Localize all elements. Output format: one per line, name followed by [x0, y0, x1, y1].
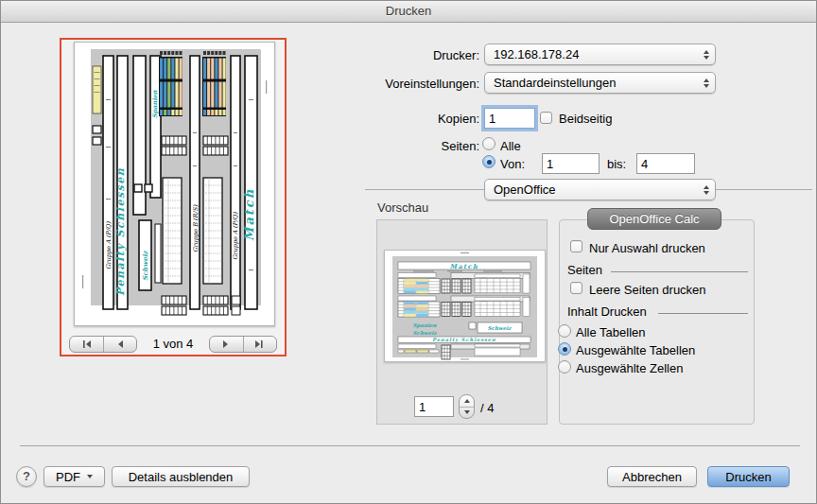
selected-cells-label: Ausgewählte Zellen [576, 361, 683, 375]
vorschau-page-input[interactable] [414, 396, 454, 417]
sheet-team-spanien: Spanien [151, 90, 159, 118]
popup-arrows-icon [704, 50, 709, 60]
print-label: Drucken [725, 470, 771, 484]
window-title: Drucken [386, 4, 431, 18]
vorschau-penalty-title: Penalty Schiessen [432, 337, 495, 343]
all-tables-label: Alle Tabellen [576, 325, 645, 339]
app-section-popup[interactable]: OpenOffice [484, 179, 716, 200]
copies-label: Kopien: [360, 112, 479, 126]
vorschau-total-label: / 4 [480, 401, 494, 415]
help-button[interactable]: ? [16, 466, 37, 487]
hide-details-label: Details ausblenden [129, 470, 234, 484]
vorschau-team-spanien: Spanien [413, 322, 438, 329]
pdf-menu-button[interactable]: PDF [43, 466, 105, 487]
footer-divider [20, 445, 800, 446]
pages-all-radio[interactable] [482, 137, 495, 150]
app-section-popup-value: OpenOffice [494, 182, 556, 197]
vorschau-sheet-thumbnail: Match [385, 251, 545, 361]
pages-from-radio[interactable] [482, 155, 495, 168]
pages-all-label: Alle [500, 139, 521, 153]
next-page-button[interactable] [210, 337, 243, 352]
stepper-down-icon[interactable] [460, 408, 474, 419]
selected-tables-radio[interactable] [558, 342, 571, 356]
hide-details-button[interactable]: Details ausblenden [112, 466, 250, 487]
sheet-team-schweiz: Schweiz [141, 250, 149, 281]
duplex-label: Beidseitig [559, 112, 612, 126]
vorschau-box: Match [376, 219, 548, 425]
pages-from-input[interactable] [542, 153, 600, 174]
pages-section-line [611, 271, 748, 272]
pages-to-input[interactable] [636, 153, 695, 174]
empty-pages-checkbox[interactable] [570, 282, 582, 294]
duplex-checkbox[interactable] [540, 112, 552, 124]
vorschau-match-title: Match [450, 263, 479, 270]
sheet-group-a-label: Gruppe A (P/Q) [105, 221, 113, 269]
preview-page: Penalty Schiessen Match Gruppe A (P/Q) G… [74, 42, 275, 326]
popup-arrows-icon [704, 78, 709, 88]
printer-label: Drucker: [360, 48, 479, 62]
content-section-line [658, 313, 748, 314]
selected-cells-radio[interactable] [558, 360, 571, 374]
popup-arrows-icon [704, 185, 709, 195]
vorschau-page-stepper[interactable] [459, 394, 475, 419]
all-tables-radio[interactable] [558, 324, 571, 338]
last-page-button[interactable] [243, 337, 277, 352]
vorschau-label: Vorschau [377, 200, 428, 215]
vorschau-team-schweiz-right: Schweiz [488, 325, 513, 331]
pages-section-label: Seiten [567, 263, 602, 277]
cancel-label: Abbrechen [622, 470, 682, 484]
content-section-label: Inhalt Drucken [567, 304, 647, 319]
cancel-button[interactable]: Abbrechen [607, 466, 697, 487]
skip-to-last-icon [254, 339, 265, 349]
calc-panel-tab: OpenOffice Calc [587, 208, 721, 230]
presets-popup-value: Standardeinstellungen [494, 76, 616, 90]
only-selection-label: Nur Auswahl drucken [589, 241, 705, 255]
sheet-group-b-label: Gruppe B (R/S) [192, 204, 200, 252]
empty-pages-label: Leere Seiten drucken [589, 283, 706, 297]
printer-popup[interactable]: 192.168.178.24 [484, 43, 716, 65]
printer-popup-value: 192.168.178.24 [494, 47, 579, 61]
sheet-match-title: Match [242, 188, 256, 241]
chevron-down-icon [87, 475, 93, 478]
sheet-penalty-title: Penalty Schiessen [114, 167, 127, 296]
pages-label: Seiten: [360, 139, 479, 153]
vorschau-team-schweiz-left: Schweiz [413, 330, 438, 336]
rotated-sheet-thumbnail: Penalty Schiessen Match Gruppe A (P/Q) G… [75, 43, 274, 325]
sheet-group-a-label-2: Gruppe A (P/Q) [232, 212, 239, 260]
presets-popup[interactable]: Standardeinstellungen [484, 72, 716, 94]
print-button[interactable]: Drucken [707, 466, 790, 487]
pages-from-label: Von: [500, 157, 525, 171]
presets-label: Voreinstellungen: [322, 77, 479, 91]
pdf-button-label: PDF [56, 470, 80, 484]
stepper-up-icon[interactable] [460, 395, 474, 408]
selected-tables-label: Ausgewählte Tabellen [576, 343, 695, 357]
help-icon: ? [23, 469, 30, 483]
pages-to-label: bis: [607, 157, 626, 171]
title-bar: Drucken [1, 1, 816, 23]
only-selection-checkbox[interactable] [570, 240, 582, 252]
page-preview-panel: Penalty Schiessen Match Gruppe A (P/Q) G… [60, 38, 287, 356]
copies-input[interactable] [484, 108, 535, 129]
vorschau-page: Match [384, 250, 546, 362]
next-icon [221, 339, 231, 349]
preview-nav-forward-group [209, 336, 277, 353]
print-dialog: Drucken [0, 0, 817, 504]
